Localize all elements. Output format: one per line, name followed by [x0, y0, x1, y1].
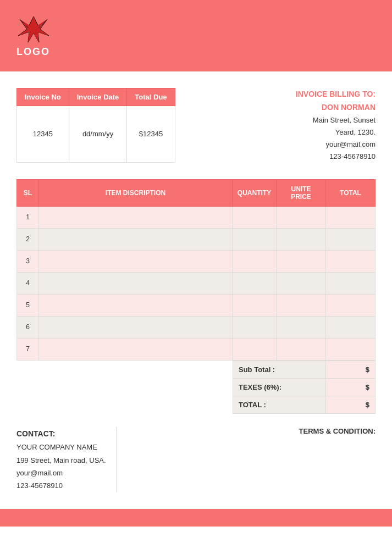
total-row: TOTAL : $: [233, 396, 376, 413]
row-desc: [39, 338, 233, 360]
total-due-value: $12345: [127, 106, 175, 163]
billing-address1: Main Street, Sunset: [296, 114, 376, 126]
row-unit-price: [277, 316, 326, 338]
col-total: TOTAL: [326, 179, 376, 206]
contact-phone: 123-45678910: [16, 479, 106, 492]
table-row: 1: [17, 206, 376, 228]
row-qty: [233, 250, 277, 272]
row-sl: 4: [17, 272, 39, 294]
row-desc: [39, 272, 233, 294]
table-row: 2: [17, 228, 376, 250]
col-desc: ITEM DISCRIPTION: [39, 179, 233, 206]
table-row: 5: [17, 294, 376, 316]
row-qty: [233, 294, 277, 316]
row-total: [326, 272, 376, 294]
total-due-header: Total Due: [127, 88, 175, 106]
row-qty: [233, 228, 277, 250]
row-total: [326, 338, 376, 360]
row-total: [326, 250, 376, 272]
logo-text: LOGO: [16, 46, 50, 58]
col-sl: SL: [17, 179, 39, 206]
row-unit-price: [277, 294, 326, 316]
contact-title: CONTACT:: [16, 427, 106, 441]
row-sl: 6: [17, 316, 39, 338]
logo-icon: [17, 14, 50, 44]
row-sl: 2: [17, 228, 39, 250]
table-row: 3: [17, 250, 376, 272]
bottom-bar: [0, 509, 392, 527]
items-section: SL ITEM DISCRIPTION QUANTITY UNITE PRICE…: [0, 174, 392, 361]
row-total: [326, 294, 376, 316]
items-table: SL ITEM DISCRIPTION QUANTITY UNITE PRICE…: [16, 179, 376, 361]
row-desc: [39, 206, 233, 228]
row-qty: [233, 206, 277, 228]
table-row: 7: [17, 338, 376, 360]
row-unit-price: [277, 272, 326, 294]
subtotal-value: $: [326, 361, 376, 378]
subtotal-label: Sub Total :: [233, 361, 326, 378]
contact-address: 199 Street, Main road, USA.: [16, 454, 106, 467]
table-row: 6: [17, 316, 376, 338]
contact-email: your@mail.om: [16, 467, 106, 479]
row-total: [326, 228, 376, 250]
tax-value: $: [326, 378, 376, 396]
row-desc: [39, 316, 233, 338]
row-sl: 5: [17, 294, 39, 316]
col-qty: QUANTITY: [233, 179, 277, 206]
contact-block: CONTACT: YOUR COMPANY NAME 199 Street, M…: [16, 427, 106, 492]
totals-section: Sub Total : $ TEXES (6%): $ TOTAL : $: [0, 361, 392, 414]
tax-label: TEXES (6%):: [233, 378, 326, 396]
invoice-no-value: 12345: [17, 106, 69, 163]
row-sl: 7: [17, 338, 39, 360]
billing-title: INVOICE BILLING TO:: [296, 88, 376, 101]
svg-marker-1: [18, 16, 49, 42]
row-qty: [233, 338, 277, 360]
header: LOGO: [0, 0, 392, 71]
row-desc: [39, 250, 233, 272]
row-qty: [233, 316, 277, 338]
row-unit-price: [277, 250, 326, 272]
row-unit-price: [277, 206, 326, 228]
table-row: 4: [17, 272, 376, 294]
row-total: [326, 316, 376, 338]
row-total: [326, 206, 376, 228]
billing-email: your@mail.com: [296, 138, 376, 151]
invoice-date-header: Invoice Date: [69, 88, 127, 106]
row-unit-price: [277, 338, 326, 360]
row-unit-price: [277, 228, 326, 250]
invoice-date-value: dd/mm/yy: [69, 106, 127, 163]
invoice-no-header: Invoice No: [17, 88, 69, 106]
row-desc: [39, 228, 233, 250]
terms-block: TERMS & CONDITION:: [299, 427, 376, 492]
terms-title: TERMS & CONDITION:: [299, 427, 376, 435]
col-unit-price: UNITE PRICE: [277, 179, 326, 206]
row-sl: 1: [17, 206, 39, 228]
subtotal-row: Sub Total : $: [233, 361, 376, 378]
invoice-meta-table: Invoice No Invoice Date Total Due 12345 …: [16, 88, 175, 163]
row-desc: [39, 294, 233, 316]
row-sl: 3: [17, 250, 39, 272]
billing-name: DON NORMAN: [296, 101, 376, 114]
total-value: $: [326, 396, 376, 413]
contact-divider: [117, 427, 117, 492]
logo-area: LOGO: [16, 14, 50, 58]
totals-table: Sub Total : $ TEXES (6%): $ TOTAL : $: [233, 361, 376, 414]
row-qty: [233, 272, 277, 294]
billing-phone: 123-45678910: [296, 151, 376, 163]
invoice-section: Invoice No Invoice Date Total Due 12345 …: [0, 77, 392, 174]
tax-row: TEXES (6%): $: [233, 378, 376, 396]
billing-address2: Yeard, 1230.: [296, 126, 376, 138]
footer-section: CONTACT: YOUR COMPANY NAME 199 Street, M…: [0, 414, 392, 503]
billing-info: INVOICE BILLING TO: DON NORMAN Main Stre…: [296, 88, 376, 163]
contact-company: YOUR COMPANY NAME: [16, 441, 106, 453]
total-label: TOTAL :: [233, 396, 326, 413]
